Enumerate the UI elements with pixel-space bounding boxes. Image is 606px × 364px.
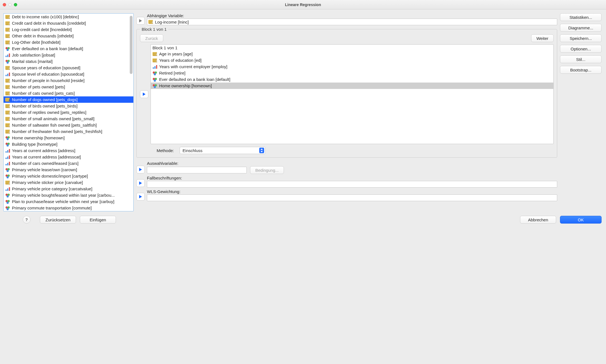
independent-list[interactable]: Block 1 von 1 Age in years [age]Years of… <box>151 44 554 144</box>
dependent-label: Abhängige Variable: <box>147 13 557 18</box>
source-var-label: Number of reptiles owned [pets_reptiles] <box>12 110 86 115</box>
move-to-wls-button[interactable] <box>136 193 145 201</box>
selection-var-label: Auswahlvariable: <box>147 161 557 166</box>
source-var-row[interactable]: Number of cars owned/leased [cars] <box>4 160 133 166</box>
reset-button[interactable]: Zurücksetzen <box>40 216 76 224</box>
source-var-label: Spouse years of education [spoused] <box>12 65 80 70</box>
source-var-row[interactable]: Marital status [marital] <box>4 58 133 65</box>
source-var-row[interactable]: Number of freshwater fish owned [pets_fr… <box>4 128 133 135</box>
source-var-row[interactable]: Primary commute transportation [commute] <box>4 205 133 211</box>
source-var-label: Primary vehicle sticker price [carvalue] <box>12 180 83 185</box>
ruler-icon <box>148 20 153 24</box>
source-var-row[interactable]: Primary vehicle price category [carcatva… <box>4 186 133 192</box>
source-var-label: Job satisfaction [jobsat] <box>12 53 55 57</box>
ordinal-icon <box>5 155 10 159</box>
nominal-icon <box>152 77 157 82</box>
scrollbar-thumb[interactable] <box>130 16 133 74</box>
move-to-case-labels-button[interactable] <box>136 179 145 187</box>
scale-icon <box>5 21 10 25</box>
dependent-value: Log-income [lninc] <box>155 20 189 24</box>
independent-var-row[interactable]: Home ownership [homeown] <box>151 83 553 89</box>
independent-var-label: Retired [retire] <box>159 71 185 75</box>
source-var-row[interactable]: Primary vehicle sticker price [carvalue] <box>4 179 133 186</box>
source-var-row[interactable]: Job satisfaction [jobsat] <box>4 52 133 58</box>
ok-button[interactable]: OK <box>560 216 602 224</box>
move-to-selection-var-button[interactable] <box>136 166 145 173</box>
independent-var-row[interactable]: Years with current employer [employ] <box>151 63 553 70</box>
options-button[interactable]: Optionen... <box>560 45 602 53</box>
move-to-dependent-button[interactable] <box>136 17 145 25</box>
source-var-row[interactable]: Primary vehicle lease/own [carown] <box>4 166 133 173</box>
block-prev-button[interactable]: Zurück <box>140 34 163 42</box>
source-var-row[interactable]: Number of saltwater fish owned [pets_sal… <box>4 122 133 128</box>
source-var-label: Primary vehicle price category [carcatva… <box>12 186 92 191</box>
source-var-row[interactable]: Building type [hometype] <box>4 141 133 147</box>
cancel-button[interactable]: Abbrechen <box>520 216 556 224</box>
source-var-row[interactable]: Log-credit card debt [lncreddebt] <box>4 26 133 33</box>
nominal-icon <box>5 142 10 147</box>
source-list-scrollbar[interactable] <box>130 15 133 210</box>
source-var-row[interactable]: Primary vehicle domestic/import [cartype… <box>4 173 133 179</box>
source-var-row[interactable]: Log-Other debt [lnothdebt] <box>4 39 133 45</box>
source-var-row[interactable]: Number of birds owned [pets_birds] <box>4 103 133 109</box>
scale-icon <box>5 91 10 96</box>
source-var-label: Home ownership [homeown] <box>12 135 65 140</box>
scale-icon <box>5 40 10 45</box>
source-var-row[interactable]: Spouse years of education [spoused] <box>4 65 133 71</box>
source-var-row[interactable]: Home ownership [homeown] <box>4 135 133 141</box>
source-var-label: Log-Other debt [lnothdebt] <box>12 40 60 45</box>
scale-icon <box>152 52 157 56</box>
nominal-icon <box>5 193 10 198</box>
independent-var-row[interactable]: Ever defaulted on a bank loan [default] <box>151 76 553 83</box>
independent-var-row[interactable]: Years of education [ed] <box>151 57 553 63</box>
source-var-label: Debt to income ratio (x100) [debtinc] <box>12 14 79 19</box>
source-var-row[interactable]: Spouse level of education [spousedcat] <box>4 71 133 77</box>
style-button[interactable]: Stil... <box>560 55 602 63</box>
independent-list-header: Block 1 von 1 <box>151 45 553 51</box>
dependent-field[interactable]: Log-income [lninc] <box>147 19 557 25</box>
source-var-row[interactable]: Number of pets owned [pets] <box>4 84 133 90</box>
source-var-label: Number of freshwater fish owned [pets_fr… <box>12 129 102 134</box>
source-var-row[interactable]: Number of cats owned [pets_cats] <box>4 90 133 96</box>
source-var-label: Other debt in thousands [othdebt] <box>12 34 74 38</box>
paste-button[interactable]: Einfügen <box>80 216 116 224</box>
method-select[interactable]: Einschluss <box>180 147 266 154</box>
source-var-row[interactable]: Number of people in household [reside] <box>4 77 133 84</box>
window-title: Lineare Regression <box>0 2 606 7</box>
source-var-row[interactable]: Plan to purchase/lease vehicle within ne… <box>4 198 133 205</box>
source-var-row[interactable]: Number of dogs owned [pets_dogs] <box>4 96 133 103</box>
source-variable-list[interactable]: Debt to income ratio (x100) [debtinc]Cre… <box>3 13 134 211</box>
help-button[interactable]: ? <box>23 216 30 224</box>
source-var-row[interactable]: Credit card debt in thousands [creddebt] <box>4 20 133 26</box>
selection-rule-button[interactable]: Bedingung... <box>250 166 284 174</box>
source-var-row[interactable]: Number of small animals owned [pets_smal… <box>4 116 133 122</box>
source-var-row[interactable]: Years at current address [addresscat] <box>4 154 133 160</box>
plots-button[interactable]: Diagramme... <box>560 24 602 32</box>
source-var-label: Primary commute transportation [commute] <box>12 206 92 210</box>
independent-var-row[interactable]: Age in years [age] <box>151 51 553 57</box>
selection-var-field[interactable] <box>147 167 247 173</box>
titlebar: Lineare Regression <box>0 0 606 9</box>
source-var-label: Primary vehicle lease/own [carown] <box>12 167 77 172</box>
source-var-row[interactable]: Ever defaulted on a bank loan [default] <box>4 45 133 52</box>
independent-var-row[interactable]: Retired [retire] <box>151 70 553 76</box>
source-var-row[interactable]: Number of reptiles owned [pets_reptiles] <box>4 109 133 116</box>
method-value: Einschluss <box>183 148 203 153</box>
case-labels-field[interactable] <box>147 181 557 188</box>
wls-label: WLS-Gewichtung: <box>147 189 557 194</box>
source-var-row[interactable]: Years at current address [address] <box>4 147 133 154</box>
independent-var-label: Home ownership [homeown] <box>159 83 212 88</box>
source-var-row[interactable]: Other debt in thousands [othdebt] <box>4 33 133 39</box>
block-next-button[interactable]: Weiter <box>531 34 554 42</box>
source-var-row[interactable]: Debt to income ratio (x100) [debtinc] <box>4 14 133 20</box>
nominal-icon <box>152 84 157 88</box>
move-to-independent-button[interactable] <box>140 90 148 98</box>
statistics-button[interactable]: Statistiken... <box>560 13 602 21</box>
source-var-label: Number of cars owned/leased [cars] <box>12 161 78 166</box>
wls-field[interactable] <box>147 194 557 201</box>
bootstrap-button[interactable]: Bootstrap... <box>560 66 602 74</box>
nominal-icon <box>5 206 10 210</box>
source-var-row[interactable]: Primary vehicle bought/leased within las… <box>4 192 133 198</box>
scale-icon <box>5 110 10 115</box>
save-button[interactable]: Speichern... <box>560 34 602 42</box>
